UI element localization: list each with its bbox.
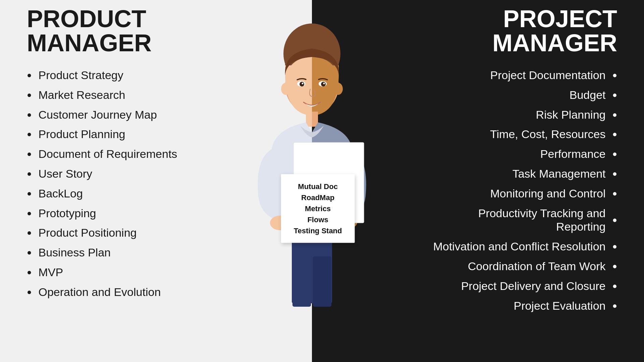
right-list: Project DocumentationBudgetRisk Planning… <box>429 68 617 318</box>
svg-point-3 <box>281 83 290 95</box>
list-item: Project Delivery and Closure <box>429 279 617 293</box>
list-item: Productivity Tracking and Reporting <box>429 206 617 234</box>
paper-line: RoadMap <box>287 192 349 203</box>
list-item: Task Management <box>429 167 617 181</box>
svg-point-4 <box>333 83 343 95</box>
paper-line: Mutual Doc <box>287 181 349 192</box>
list-item: Operation and Evolution <box>27 285 195 299</box>
svg-point-9 <box>302 83 304 84</box>
paper-line: Testing Stand <box>287 225 349 236</box>
paper-line: Flows <box>287 214 349 225</box>
list-item: Project Documentation <box>429 68 617 82</box>
list-item: Prototyping <box>27 206 195 220</box>
svg-rect-16 <box>292 256 311 307</box>
right-title: PROJECT MANAGER <box>492 7 617 55</box>
paper-card: Mutual DocRoadMapMetricsFlowsTesting Sta… <box>281 174 355 243</box>
list-item: Coordination of Team Work <box>429 259 617 273</box>
svg-point-7 <box>300 82 304 86</box>
list-item: Product Positioning <box>27 226 195 240</box>
list-item: Product Planning <box>27 127 195 141</box>
left-list: Product StrategyMarket ResearchCustomer … <box>27 68 195 305</box>
list-item: Document of Requirements <box>27 147 195 161</box>
list-item: Budget <box>429 88 617 102</box>
list-item: Motivation and Conflict Resolution <box>429 240 617 253</box>
list-item: MVP <box>27 265 195 279</box>
svg-point-8 <box>321 82 326 86</box>
list-item: Time, Cost, Resources <box>429 127 617 141</box>
paper-line: Metrics <box>287 203 349 214</box>
character-illustration: Mutual DocRoadMapMetricsFlowsTesting Sta… <box>241 22 382 340</box>
svg-rect-17 <box>313 256 331 307</box>
list-item: User Story <box>27 167 195 181</box>
list-item: Performance <box>429 147 617 161</box>
left-panel: PRODUCT MANAGER Product StrategyMarket R… <box>0 0 215 362</box>
list-item: Monitoring and Control <box>429 187 617 200</box>
list-item: Customer Journey Map <box>27 108 195 122</box>
list-item: Product Strategy <box>27 68 195 82</box>
right-panel: PROJECT MANAGER Project DocumentationBud… <box>409 0 644 362</box>
list-item: BackLog <box>27 187 195 200</box>
list-item: Risk Planning <box>429 108 617 122</box>
list-item: Business Plan <box>27 246 195 259</box>
svg-point-10 <box>323 83 325 84</box>
list-item: Market Research <box>27 88 195 102</box>
left-title: PRODUCT MANAGER <box>27 7 195 55</box>
list-item: Project Evaluation <box>429 299 617 313</box>
center-panel: Mutual DocRoadMapMetricsFlowsTesting Sta… <box>215 0 409 362</box>
